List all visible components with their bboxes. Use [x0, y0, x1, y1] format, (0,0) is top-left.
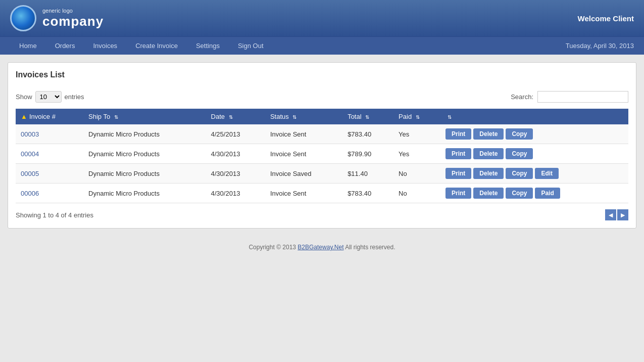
- sort-icon: ⇅: [292, 114, 296, 120]
- table-row: 00004Dynamic Micro Products4/30/2013Invo…: [16, 144, 628, 164]
- nav-orders[interactable]: Orders: [46, 37, 84, 55]
- table-controls: Show 10 25 50 100 entries Search:: [16, 91, 628, 103]
- nav-sign-out[interactable]: Sign Out: [229, 37, 273, 55]
- cell-status: Invoice Sent: [265, 124, 342, 144]
- table-row: 00003Dynamic Micro Products4/25/2013Invo…: [16, 124, 628, 144]
- delete-button[interactable]: Delete: [473, 168, 504, 179]
- nav-settings[interactable]: Settings: [187, 37, 229, 55]
- cell-ship-to: Dynamic Micro Products: [83, 144, 206, 164]
- table-header: ▲Invoice # Ship To ⇅ Date ⇅ Status ⇅ Tot…: [16, 109, 628, 124]
- cell-date: 4/30/2013: [206, 164, 265, 184]
- pagination: ◀ ▶: [605, 209, 628, 220]
- navigation: Home Orders Invoices Create Invoice Sett…: [0, 36, 644, 55]
- rights-text: All rights reserved.: [344, 244, 395, 251]
- entries-per-page-select[interactable]: 10 25 50 100: [35, 91, 62, 103]
- sort-icon: ⇅: [114, 114, 118, 120]
- col-status[interactable]: Status ⇅: [265, 109, 342, 124]
- delete-button[interactable]: Delete: [473, 148, 504, 159]
- cell-paid: No: [393, 184, 440, 203]
- cell-actions: PrintDeleteCopy: [440, 144, 628, 164]
- copy-button[interactable]: Copy: [506, 188, 533, 199]
- copy-button[interactable]: Copy: [506, 148, 533, 159]
- cell-actions: PrintDeleteCopyPaid: [440, 184, 628, 203]
- next-page-button[interactable]: ▶: [617, 209, 628, 220]
- sort-icon: ⇅: [416, 114, 420, 120]
- showing-entries-text: Showing 1 to 4 of 4 entries: [16, 211, 93, 219]
- delete-button[interactable]: Delete: [473, 188, 504, 199]
- delete-button[interactable]: Delete: [473, 128, 504, 140]
- cell-total: $783.40: [342, 184, 393, 203]
- action-buttons: PrintDeleteCopyPaid: [445, 188, 623, 199]
- table-row: 00005Dynamic Micro Products4/30/2013Invo…: [16, 164, 628, 184]
- page-footer: Copyright © 2013 B2BGateway.Net All righ…: [0, 236, 644, 258]
- copy-button[interactable]: Copy: [506, 128, 533, 140]
- cell-date: 4/30/2013: [206, 144, 265, 164]
- cell-invoice-num: 00005: [16, 164, 83, 184]
- col-invoice-num[interactable]: ▲Invoice #: [16, 109, 83, 124]
- table-body: 00003Dynamic Micro Products4/25/2013Invo…: [16, 124, 628, 203]
- cell-date: 4/25/2013: [206, 124, 265, 144]
- cell-paid: Yes: [393, 124, 440, 144]
- logo-text: generic logo company: [42, 8, 104, 29]
- invoice-link[interactable]: 00004: [21, 150, 39, 158]
- nav-create-invoice[interactable]: Create Invoice: [126, 37, 187, 55]
- cell-ship-to: Dynamic Micro Products: [83, 124, 206, 144]
- action-buttons: PrintDeleteCopy: [445, 128, 623, 140]
- table-footer: Showing 1 to 4 of 4 entries ◀ ▶: [16, 209, 628, 220]
- col-actions[interactable]: ⇅: [440, 109, 628, 124]
- nav-home[interactable]: Home: [10, 37, 46, 55]
- cell-paid: Yes: [393, 144, 440, 164]
- col-total[interactable]: Total ⇅: [342, 109, 393, 124]
- cell-total: $789.90: [342, 144, 393, 164]
- search-area: Search:: [511, 91, 628, 103]
- print-button[interactable]: Print: [445, 148, 471, 159]
- page-title: Invoices List: [16, 70, 628, 83]
- prev-page-button[interactable]: ◀: [605, 209, 616, 220]
- cell-actions: PrintDeleteCopy: [440, 124, 628, 144]
- entries-label: entries: [65, 93, 84, 101]
- action-buttons: PrintDeleteCopy: [445, 148, 623, 159]
- copy-button[interactable]: Copy: [506, 168, 533, 179]
- header: generic logo company Welcome Client: [0, 0, 644, 36]
- logo-generic-label: generic logo: [42, 8, 104, 14]
- sort-icon: ⇅: [229, 114, 233, 120]
- invoice-link[interactable]: 00005: [21, 170, 39, 177]
- sort-icon: ⇅: [365, 114, 369, 120]
- print-button[interactable]: Print: [445, 188, 471, 199]
- cell-status: Invoice Sent: [265, 144, 342, 164]
- show-entries-control: Show 10 25 50 100 entries: [16, 91, 84, 103]
- cell-status: Invoice Saved: [265, 164, 342, 184]
- cell-ship-to: Dynamic Micro Products: [83, 184, 206, 203]
- cell-total: $11.40: [342, 164, 393, 184]
- cell-invoice-num: 00003: [16, 124, 83, 144]
- footer-link[interactable]: B2BGateway.Net: [298, 244, 343, 251]
- logo-icon: [10, 5, 36, 31]
- logo-area: generic logo company: [10, 5, 104, 31]
- invoices-table: ▲Invoice # Ship To ⇅ Date ⇅ Status ⇅ Tot…: [16, 109, 628, 203]
- cell-invoice-num: 00006: [16, 184, 83, 203]
- search-input[interactable]: [537, 91, 628, 103]
- main-content: Invoices List Show 10 25 50 100 entries …: [8, 62, 636, 229]
- current-date: Tuesday, April 30, 2013: [566, 37, 634, 55]
- welcome-message: Welcome Client: [578, 14, 634, 23]
- cell-total: $783.40: [342, 124, 393, 144]
- nav-links: Home Orders Invoices Create Invoice Sett…: [10, 37, 273, 55]
- nav-invoices[interactable]: Invoices: [84, 37, 126, 55]
- cell-status: Invoice Sent: [265, 184, 342, 203]
- invoice-link[interactable]: 00006: [21, 190, 39, 197]
- sort-icon: ⇅: [448, 114, 452, 120]
- col-ship-to[interactable]: Ship To ⇅: [83, 109, 206, 124]
- print-button[interactable]: Print: [445, 128, 471, 140]
- print-button[interactable]: Print: [445, 168, 471, 179]
- show-label: Show: [16, 93, 32, 101]
- cell-paid: No: [393, 164, 440, 184]
- paid-button[interactable]: Paid: [535, 188, 560, 199]
- col-paid[interactable]: Paid ⇅: [393, 109, 440, 124]
- cell-invoice-num: 00004: [16, 144, 83, 164]
- edit-button[interactable]: Edit: [535, 168, 559, 179]
- action-buttons: PrintDeleteCopyEdit: [445, 168, 623, 179]
- col-date[interactable]: Date ⇅: [206, 109, 265, 124]
- invoice-link[interactable]: 00003: [21, 130, 39, 138]
- cell-date: 4/30/2013: [206, 184, 265, 203]
- copyright-text: Copyright © 2013: [249, 244, 298, 251]
